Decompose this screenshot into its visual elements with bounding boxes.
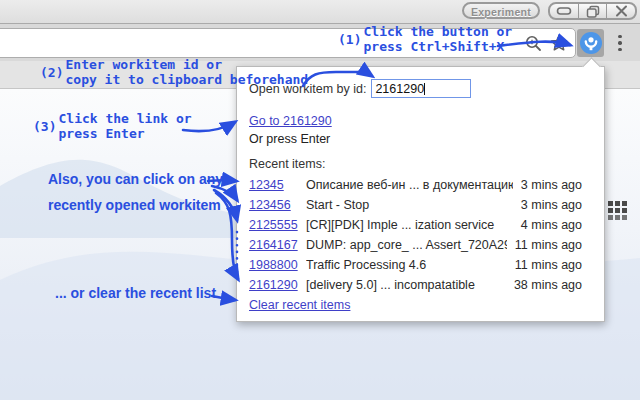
recent-item-row: 2125555 [CR][PDK] Imple ... ization serv… [249,215,582,235]
workitem-time: 3 mins ago [513,178,582,192]
annotation-step1: (1) Click the button or press Ctrl+Shift… [338,24,512,54]
minimize-icon [556,6,572,16]
workitem-time: 3 mins ago [513,198,582,212]
recent-item-row: 1988800 Traffic Processing 4.6 11 mins a… [249,255,582,275]
minimize-button[interactable] [550,4,578,18]
extension-popup: Open workitem by id: 2161290 Go to 21612… [236,66,605,322]
annotation-recent-items: Also, you can click on any recently open… [48,166,223,218]
recent-items-list: 12345 Описание веб-ин ... в документацию… [249,175,604,295]
workitem-id-link[interactable]: 2161290 [249,278,306,292]
workitem-id-link[interactable]: 1988800 [249,258,306,272]
workitem-title: [CR][PDK] Imple ... ization service [306,218,513,232]
restore-icon [586,5,600,18]
workitem-id-link[interactable]: 2164167 [249,238,306,252]
experiment-badge[interactable]: Experiment [462,2,540,19]
clear-recent-items-link[interactable]: Clear recent items [249,298,350,312]
recent-item-row: 2161290 [delivery 5.0] ... incompatatibl… [249,275,582,295]
workitem-title: [delivery 5.0] ... incompatatible [306,278,506,292]
title-bar: Experiment [0,0,640,24]
bookmark-star-icon[interactable] [549,32,569,56]
zoom-icon[interactable] [524,32,542,56]
annotation-clear-list: ... or clear the recent list [55,285,216,301]
recent-item-row: 12345 Описание веб-ин ... в документацию… [249,175,582,195]
workitem-time: 11 mins ago [507,258,582,272]
browser-menu-icon[interactable] [614,31,626,55]
close-button[interactable] [606,4,635,18]
recent-item-row: 123456 Start - Stop 3 mins ago [249,195,582,215]
workitem-title: Start - Stop [306,198,513,212]
goto-workitem-link[interactable]: Go to 2161290 [249,114,332,128]
workitem-id-link[interactable]: 2125555 [249,218,306,232]
restore-button[interactable] [578,4,607,18]
annotation-step3: (3) Click the link or press Enter [33,111,192,141]
workitem-time: 4 mins ago [513,218,582,232]
recent-item-row: 2164167 DUMP: app_core_ ... Assert_720A2… [249,235,582,255]
workitem-title: DUMP: app_core_ ... Assert_720A29A5 [306,238,507,252]
workitem-title: Traffic Processing 4.6 [306,258,507,272]
close-icon [615,5,628,17]
annotation-step2: (2) Enter workitem id or copy it to clip… [40,57,308,87]
workitem-id-link[interactable]: 12345 [249,178,306,192]
workitem-extension-icon [579,31,603,55]
workitem-time: 38 mins ago [506,278,582,292]
recent-items-header: Recent items: [249,157,604,172]
browser-toolbar [0,24,640,61]
window-controls [548,2,637,20]
workitem-title: Описание веб-ин ... в документацию [306,178,513,192]
workitem-id-link[interactable]: 123456 [249,198,306,212]
text-cursor [424,83,425,95]
extension-button[interactable] [577,29,604,57]
apps-grid-icon[interactable] [608,201,630,223]
workitem-id-input[interactable]: 2161290 [371,79,471,98]
or-press-enter-text: Or press Enter [249,132,604,147]
workitem-time: 11 mins ago [507,238,582,252]
